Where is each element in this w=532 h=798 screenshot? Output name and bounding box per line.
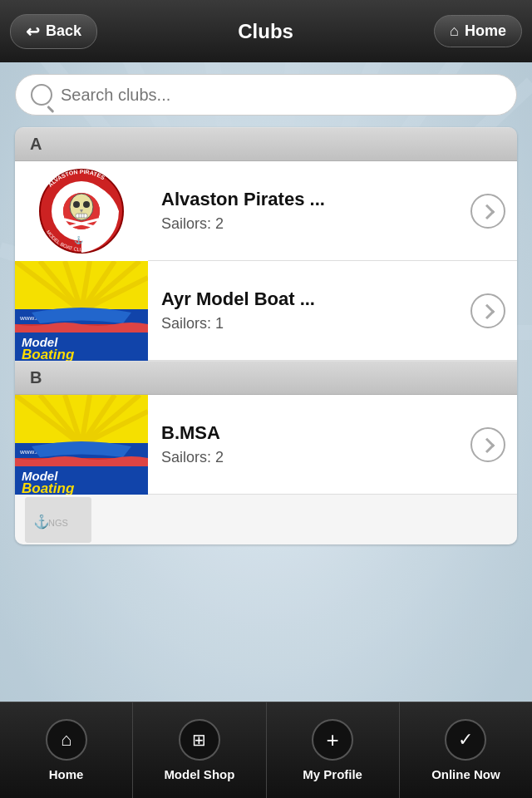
bottom-nav: ⌂ Home ⊞ Model Shop + My Profile ✓ Onlin… xyxy=(0,702,532,798)
club-chevron-alvaston[interactable] xyxy=(470,194,505,229)
nav-home[interactable]: ⌂ Home xyxy=(0,702,133,798)
nav-my-profile-label: My Profile xyxy=(303,767,362,781)
home-icon: ⌂ xyxy=(61,729,71,751)
svg-point-16 xyxy=(83,201,90,208)
online-now-nav-icon: ✓ xyxy=(445,719,486,761)
page-title: Clubs xyxy=(238,20,293,43)
nav-model-shop[interactable]: ⊞ Model Shop xyxy=(133,702,266,798)
model-shop-nav-icon: ⊞ xyxy=(179,719,220,761)
svg-text:⚓: ⚓ xyxy=(33,514,50,530)
home-nav-icon: ⌂ xyxy=(46,719,87,761)
plus-icon: + xyxy=(327,727,339,753)
nav-model-shop-label: Model Shop xyxy=(164,767,234,781)
club-info-bmsa: B.MSA Sailors: 2 xyxy=(148,422,470,466)
back-button[interactable]: ↩ Back xyxy=(10,14,97,49)
club-name: Alvaston Pirates ... xyxy=(161,189,457,210)
search-input[interactable] xyxy=(61,86,501,105)
chevron-down-icon: ✓ xyxy=(458,729,473,751)
club-sailors: Sailors: 1 xyxy=(161,315,457,332)
club-item-alvaston[interactable]: ALVASTON PIRATES MODEL BOAT CLUB ⚓ Alvas… xyxy=(15,161,517,261)
clubs-list: A xyxy=(15,127,517,544)
svg-text:Boating: Boating xyxy=(22,347,75,361)
home-button[interactable]: ⌂ Home xyxy=(434,15,522,47)
club-info-alvaston: Alvaston Pirates ... Sailors: 2 xyxy=(148,189,470,233)
club-name: Ayr Model Boat ... xyxy=(161,288,457,310)
search-bar xyxy=(15,74,517,116)
home-icon: ⌂ xyxy=(450,22,459,40)
header: ↩ Back Clubs ⌂ Home xyxy=(0,0,532,62)
club-sailors: Sailors: 2 xyxy=(161,215,457,233)
grid-icon: ⊞ xyxy=(192,730,206,750)
svg-text:NGS: NGS xyxy=(48,518,68,528)
section-header-a: A xyxy=(15,127,517,161)
nav-home-label: Home xyxy=(49,767,84,781)
club-item-partial: ⚓ NGS xyxy=(15,495,517,544)
club-logo-bmsa: www.mdbts.com Model Boating xyxy=(15,395,148,495)
my-profile-nav-icon: + xyxy=(312,719,353,761)
club-logo-ayr: www.mdbts.com Model Boating xyxy=(15,261,148,361)
club-item-ayr[interactable]: www.mdbts.com Model Boating Ayr Model Bo… xyxy=(15,261,517,361)
svg-text:Boating: Boating xyxy=(22,480,75,495)
nav-my-profile[interactable]: + My Profile xyxy=(267,702,400,798)
back-label: Back xyxy=(46,22,81,40)
search-icon xyxy=(31,84,52,106)
club-sailors: Sailors: 2 xyxy=(161,449,457,466)
search-container xyxy=(0,62,532,127)
svg-text:⚓: ⚓ xyxy=(74,235,84,245)
club-chevron-bmsa[interactable] xyxy=(470,427,505,462)
home-label: Home xyxy=(465,22,506,40)
svg-point-15 xyxy=(73,201,80,208)
club-logo-alvaston: ALVASTON PIRATES MODEL BOAT CLUB ⚓ xyxy=(15,161,148,261)
club-info-ayr: Ayr Model Boat ... Sailors: 1 xyxy=(148,288,470,332)
club-chevron-ayr[interactable] xyxy=(470,293,505,328)
nav-online-now-label: Online Now xyxy=(431,767,500,781)
nav-online-now[interactable]: ✓ Online Now xyxy=(400,702,532,798)
back-icon: ↩ xyxy=(26,22,40,42)
section-header-b: B xyxy=(15,361,517,395)
club-item-bmsa[interactable]: www.mdbts.com Model Boating B.MSA Sailor… xyxy=(15,395,517,495)
club-name: B.MSA xyxy=(161,422,457,444)
